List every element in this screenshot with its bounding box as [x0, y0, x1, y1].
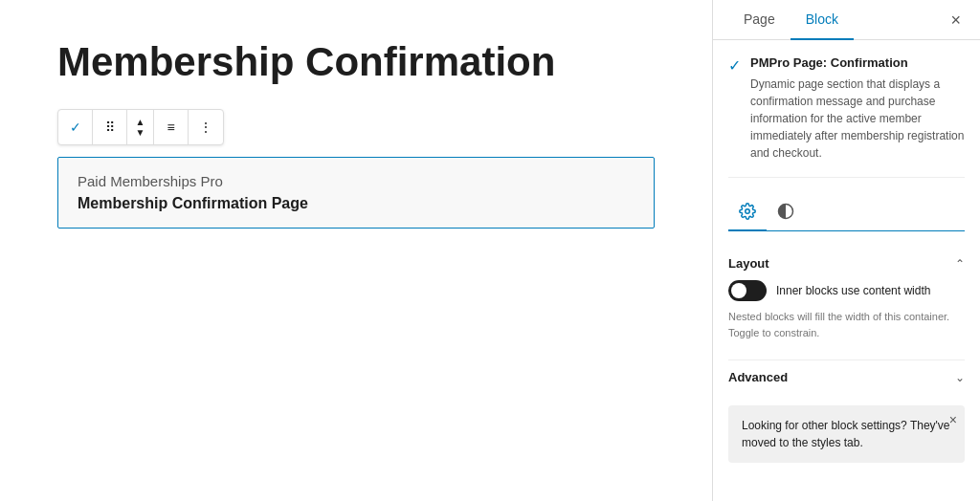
block-content: Paid Memberships Pro Membership Confirma… — [57, 157, 655, 229]
block-option: ✓ PMPro Page: Confirmation Dynamic page … — [728, 55, 965, 178]
editor-area: Membership Confirmation ✓ ⠿ ▲ ▼ ≡ ⋮ Paid… — [0, 0, 712, 501]
tab-page[interactable]: Page — [728, 0, 791, 40]
advanced-section-title: Advanced — [728, 370, 788, 384]
toggle-row: Inner blocks use content width — [728, 280, 965, 301]
svg-point-0 — [746, 209, 750, 214]
settings-icon-button[interactable] — [728, 193, 767, 231]
info-tooltip: Looking for other block settings? They'v… — [728, 405, 965, 463]
toggle-label: Inner blocks use content width — [776, 284, 930, 297]
sidebar-tabs: Page Block × — [713, 0, 980, 40]
tab-block[interactable]: Block — [791, 0, 854, 40]
tooltip-message: Looking for other block settings? They'v… — [742, 419, 950, 449]
page-title: Membership Confirmation — [57, 38, 655, 86]
toolbar-align-button[interactable]: ≡ — [154, 110, 189, 144]
gear-icon — [739, 203, 756, 220]
toolbar-more-button[interactable]: ⋮ — [189, 110, 223, 144]
advanced-section: Advanced ⌄ — [728, 360, 965, 394]
tooltip-close-button[interactable]: × — [949, 413, 957, 426]
toggle-description: Nested blocks will fill the width of thi… — [728, 309, 965, 340]
advanced-chevron-icon: ⌄ — [955, 371, 965, 384]
layout-section-body: Inner blocks use content width Nested bl… — [728, 280, 965, 359]
toolbar-move-up-button[interactable]: ▲ ▼ — [127, 110, 154, 144]
advanced-section-header[interactable]: Advanced ⌄ — [728, 360, 965, 394]
toolbar-check-button[interactable]: ✓ — [58, 110, 93, 144]
check-icon: ✓ — [728, 56, 741, 75]
block-option-title: PMPro Page: Confirmation — [750, 55, 965, 70]
half-circle-icon — [777, 203, 794, 220]
layout-chevron-icon: ⌃ — [955, 257, 965, 271]
style-icon-button[interactable] — [767, 193, 805, 231]
layout-section-title: Layout — [728, 256, 769, 271]
toolbar-drag-button[interactable]: ⠿ — [93, 110, 127, 144]
block-page-name: Membership Confirmation Page — [78, 195, 635, 212]
inner-blocks-toggle[interactable] — [728, 280, 767, 301]
layout-section-header[interactable]: Layout ⌃ — [728, 247, 965, 280]
block-option-info: PMPro Page: Confirmation Dynamic page se… — [750, 55, 965, 162]
sidebar: Page Block × ✓ PMPro Page: Confirmation … — [712, 0, 980, 501]
sidebar-close-button[interactable]: × — [947, 8, 965, 33]
layout-section: Layout ⌃ Inner blocks use content width … — [728, 247, 965, 359]
settings-style-tabs — [728, 193, 965, 231]
block-option-description: Dynamic page section that displays a con… — [750, 76, 965, 162]
toggle-knob — [731, 283, 746, 298]
block-plugin-name: Paid Memberships Pro — [78, 173, 635, 189]
sidebar-content: ✓ PMPro Page: Confirmation Dynamic page … — [713, 40, 980, 501]
block-toolbar: ✓ ⠿ ▲ ▼ ≡ ⋮ — [57, 109, 224, 145]
